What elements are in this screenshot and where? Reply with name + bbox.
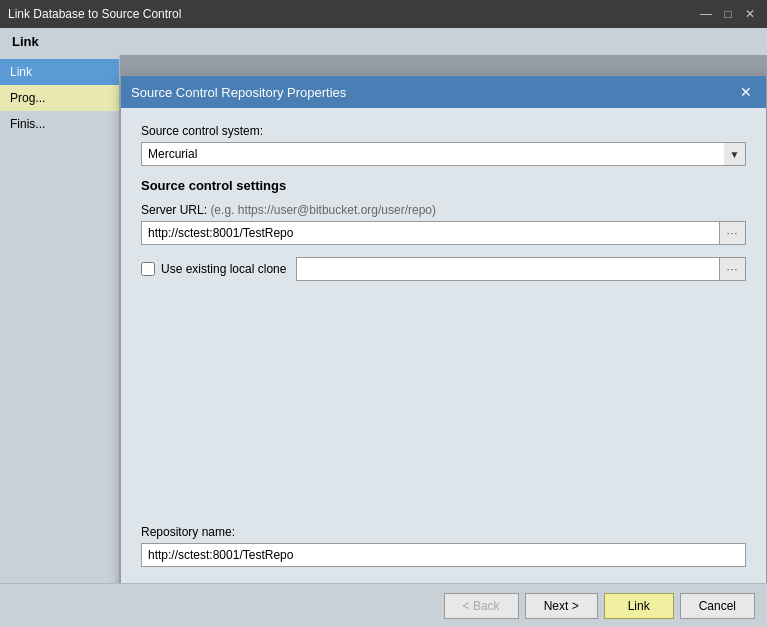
outer-titlebar: Link Database to Source Control — □ ✕	[0, 0, 767, 28]
link-label-row: Link	[0, 28, 767, 55]
modal-body: Source control system: Mercurial ▼ Sourc…	[121, 108, 766, 305]
source-control-select-wrapper: Mercurial ▼	[141, 142, 746, 166]
content-area: Source Control Repository Properties ✕ S…	[120, 55, 767, 583]
repo-name-section: Repository name:	[121, 525, 766, 583]
minimize-button[interactable]: —	[697, 5, 715, 23]
back-button[interactable]: < Back	[444, 593, 519, 619]
clone-path-input-area	[296, 257, 746, 281]
server-url-browse-button[interactable]	[720, 221, 746, 245]
server-url-input-row	[141, 221, 746, 245]
sidebar-item-fini-label: Finis...	[10, 117, 45, 131]
next-button[interactable]: Next >	[525, 593, 598, 619]
modal-dialog: Source Control Repository Properties ✕ S…	[120, 75, 767, 583]
server-url-group: Server URL: (e.g. https://user@bitbucket…	[141, 203, 746, 245]
outer-bottom-bar: < Back Next > Link Cancel	[0, 583, 767, 627]
dots-icon	[727, 227, 738, 239]
source-control-dropdown-arrow[interactable]: ▼	[724, 142, 746, 166]
repo-name-label: Repository name:	[141, 525, 746, 539]
sidebar-item-prog[interactable]: Prog...	[0, 85, 119, 111]
modal-spacer	[121, 305, 766, 525]
settings-section-title: Source control settings	[141, 178, 746, 193]
use-existing-clone-checkbox[interactable]	[141, 262, 155, 276]
repo-name-input-row	[141, 543, 746, 567]
clone-path-browse-button[interactable]	[720, 257, 746, 281]
use-existing-clone-label[interactable]: Use existing local clone	[161, 262, 286, 276]
cancel-nav-button[interactable]: Cancel	[680, 593, 755, 619]
server-url-input[interactable]	[141, 221, 720, 245]
use-existing-clone-row: Use existing local clone	[141, 257, 746, 281]
main-layout: Link Prog... Finis...	[0, 55, 767, 583]
modal-title: Source Control Repository Properties	[131, 85, 346, 100]
modal-titlebar: Source Control Repository Properties ✕	[121, 76, 766, 108]
repo-name-input[interactable]	[141, 543, 746, 567]
source-control-select[interactable]: Mercurial	[141, 142, 746, 166]
source-control-label: Source control system:	[141, 124, 746, 138]
sidebar: Link Prog... Finis...	[0, 55, 120, 583]
sidebar-item-fini[interactable]: Finis...	[0, 111, 119, 137]
clone-path-input[interactable]	[296, 257, 720, 281]
sidebar-item-link[interactable]: Link	[0, 59, 119, 85]
server-url-hint: (e.g. https://user@bitbucket.org/user/re…	[210, 203, 436, 217]
maximize-button[interactable]: □	[719, 5, 737, 23]
modal-overlay: Source Control Repository Properties ✕ S…	[120, 55, 767, 583]
server-url-label: Server URL: (e.g. https://user@bitbucket…	[141, 203, 746, 217]
link-nav-button[interactable]: Link	[604, 593, 674, 619]
source-control-group: Source control system: Mercurial ▼	[141, 124, 746, 166]
titlebar-controls: — □ ✕	[697, 5, 759, 23]
close-button[interactable]: ✕	[741, 5, 759, 23]
sidebar-item-prog-label: Prog...	[10, 91, 45, 105]
outer-window-title: Link Database to Source Control	[8, 7, 181, 21]
clone-dots-icon	[727, 263, 738, 275]
sidebar-item-link-label: Link	[10, 65, 32, 79]
link-label: Link	[12, 34, 39, 49]
modal-close-button[interactable]: ✕	[736, 82, 756, 102]
outer-window: Link Database to Source Control — □ ✕ Li…	[0, 0, 767, 627]
outer-body: Link Link Prog... Finis...	[0, 28, 767, 627]
